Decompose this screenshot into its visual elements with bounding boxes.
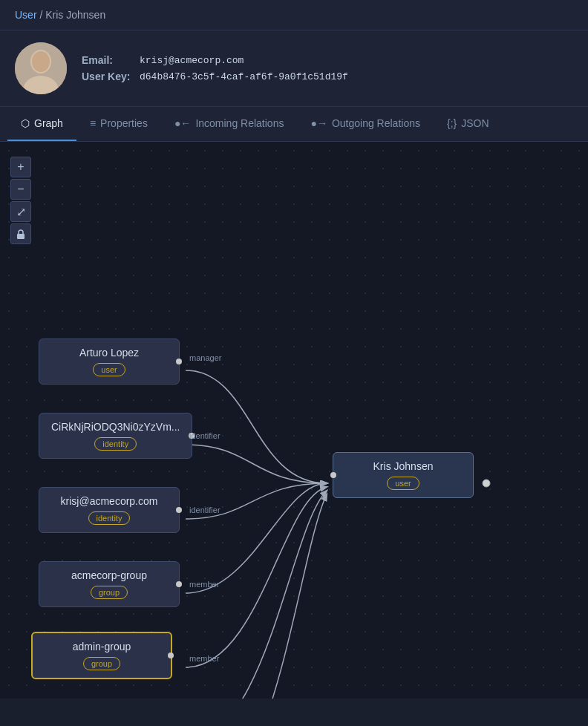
breadcrumb-user-link[interactable]: User <box>15 9 37 21</box>
node-acmecorp-badge: group <box>91 586 128 599</box>
node-arturo-lopez[interactable]: Arturo Lopez user <box>39 339 180 385</box>
node-arturo-name: Arturo Lopez <box>79 347 139 359</box>
email-label: Email: <box>82 54 134 66</box>
zoom-in-button[interactable]: + <box>10 157 31 177</box>
tab-bar: ⬡ Graph ≡ Properties ●← Incoming Relatio… <box>0 107 588 142</box>
incoming-icon: ●← <box>174 117 191 129</box>
node-email-badge: identity <box>88 511 131 525</box>
graph-icon: ⬡ <box>21 117 30 129</box>
node-kris-badge: user <box>387 477 419 490</box>
userkey-label: User Key: <box>82 71 134 82</box>
node-admin-name: admin-group <box>73 641 131 653</box>
edge-label-identifier2: identifier <box>189 506 220 514</box>
tab-incoming-label: Incoming Relations <box>195 117 284 129</box>
svg-point-3 <box>32 51 50 72</box>
node-identity1-badge: identity <box>94 437 137 451</box>
node-acmecorp-name: acmecorp-group <box>71 569 147 581</box>
header: User / Kris Johnsen <box>0 0 588 30</box>
email-value: krisj@acmecorp.com <box>140 55 244 66</box>
userkey-value: d64b8476-3c5f-4caf-af6f-9a0f1c51d19f <box>140 71 348 82</box>
node-admin-dot <box>168 653 174 658</box>
node-identity1[interactable]: CiRkNjRiODQ3Ni0zYzVm... identity <box>39 413 192 459</box>
breadcrumb-current: Kris Johnsen <box>45 9 105 21</box>
tab-properties-label: Properties <box>100 117 148 129</box>
zoom-lock-button[interactable] <box>10 223 31 244</box>
userkey-field: User Key: d64b8476-3c5f-4caf-af6f-9a0f1c… <box>82 71 348 82</box>
tab-properties[interactable]: ≡ Properties <box>76 107 161 141</box>
node-acmecorp-group[interactable]: acmecorp-group group <box>39 561 180 607</box>
node-email-dot <box>176 507 182 513</box>
properties-icon: ≡ <box>90 117 96 129</box>
node-admin-group[interactable]: admin-group group <box>31 632 172 679</box>
edge-label-member2: member <box>189 654 219 663</box>
tab-graph-label: Graph <box>34 117 63 129</box>
tab-json[interactable]: {;} JSON <box>434 107 503 141</box>
graph-area: + − ⤢ <box>0 142 588 699</box>
node-acmecorp-dot <box>176 581 182 587</box>
edge-label-member1: member <box>189 580 219 589</box>
zoom-fit-button[interactable]: ⤢ <box>10 201 31 222</box>
zoom-controls: + − ⤢ <box>10 157 31 244</box>
tab-outgoing[interactable]: ●→ Outgoing Relations <box>297 107 434 141</box>
profile-info: Email: krisj@acmecorp.com User Key: d64b… <box>82 54 348 82</box>
tab-graph[interactable]: ⬡ Graph <box>7 107 76 141</box>
node-identity1-name: CiRkNjRiODQ3Ni0zYzVm... <box>51 421 180 433</box>
node-admin-badge: group <box>83 657 120 670</box>
node-arturo-dot <box>176 359 182 364</box>
svg-rect-4 <box>17 234 24 239</box>
tab-json-label: JSON <box>461 117 489 129</box>
tab-outgoing-label: Outgoing Relations <box>332 117 420 129</box>
node-email[interactable]: krisj@acmecorp.com identity <box>39 487 180 533</box>
node-email-name: krisj@acmecorp.com <box>61 495 158 507</box>
zoom-out-button[interactable]: − <box>10 179 31 200</box>
tab-incoming[interactable]: ●← Incoming Relations <box>161 107 298 141</box>
node-kris-left-dot <box>330 472 336 478</box>
profile-section: Email: krisj@acmecorp.com User Key: d64b… <box>0 30 588 107</box>
avatar <box>15 42 67 94</box>
breadcrumb: User / Kris Johnsen <box>15 9 573 21</box>
edge-label-manager: manager <box>189 353 221 362</box>
node-arturo-badge: user <box>93 363 125 376</box>
svg-point-5 <box>483 480 490 487</box>
outgoing-icon: ●→ <box>310 117 327 129</box>
edge-label-identifier1: identifier <box>189 431 220 440</box>
json-icon: {;} <box>447 117 457 129</box>
node-kris-johnsen[interactable]: Kris Johnsen user <box>333 452 474 498</box>
node-kris-name: Kris Johnsen <box>373 460 434 472</box>
email-field: Email: krisj@acmecorp.com <box>82 54 348 66</box>
